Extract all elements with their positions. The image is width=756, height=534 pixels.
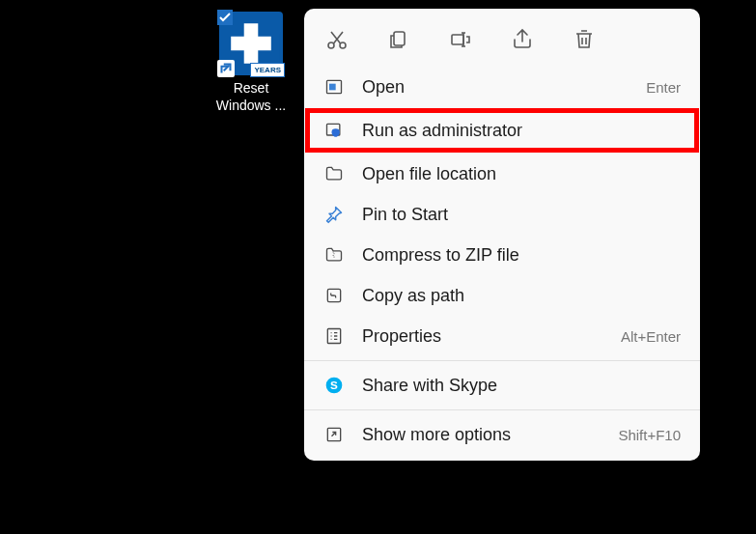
menu-label: Compress to ZIP file — [362, 245, 681, 266]
show-more-icon — [323, 424, 345, 445]
svg-rect-5 — [329, 84, 336, 91]
menu-item-properties[interactable]: Properties Alt+Enter — [304, 316, 700, 356]
shortcut-arrow-icon — [217, 60, 235, 77]
menu-item-compress-zip[interactable]: Compress to ZIP file — [304, 235, 700, 275]
svg-point-0 — [328, 42, 334, 48]
menu-item-run-as-administrator[interactable]: Run as administrator — [307, 110, 697, 151]
menu-label: Open file location — [362, 164, 681, 184]
context-menu: Open Enter Run as administrator Open fil… — [304, 9, 700, 461]
properties-icon — [323, 325, 345, 347]
svg-point-1 — [340, 42, 346, 48]
menu-label: Properties — [362, 326, 603, 347]
copy-button[interactable] — [385, 26, 412, 53]
copy-path-icon — [323, 285, 345, 306]
menu-item-pin-to-start[interactable]: Pin to Start — [304, 194, 700, 235]
menu-shortcut: Alt+Enter — [621, 328, 681, 345]
desktop-shortcut-icon: YEARS — [219, 12, 283, 75]
menu-separator — [304, 360, 700, 361]
share-button[interactable] — [509, 26, 536, 53]
menu-item-copy-as-path[interactable]: Copy as path — [304, 275, 700, 316]
svg-rect-2 — [394, 32, 405, 45]
menu-item-share-skype[interactable]: S Share with Skype — [304, 365, 700, 406]
menu-label: Pin to Start — [362, 205, 681, 225]
desktop-shortcut[interactable]: YEARS Reset Windows ... — [210, 12, 292, 114]
svg-rect-3 — [452, 35, 463, 44]
skype-icon: S — [323, 375, 345, 396]
rename-button[interactable] — [447, 26, 474, 53]
menu-item-show-more-options[interactable]: Show more options Shift+F10 — [304, 414, 700, 455]
menu-shortcut: Enter — [646, 79, 681, 96]
admin-icon — [323, 120, 345, 141]
menu-item-open-file-location[interactable]: Open file location — [304, 154, 700, 194]
menu-separator — [304, 409, 700, 410]
checkmark-icon — [217, 10, 233, 25]
menu-label: Share with Skype — [362, 376, 681, 396]
zip-icon — [323, 244, 345, 266]
folder-icon — [323, 163, 345, 184]
menu-label: Open — [362, 77, 629, 98]
open-icon — [323, 76, 345, 98]
svg-text:S: S — [330, 379, 338, 391]
years-badge: YEARS — [250, 63, 285, 77]
context-toolbar — [304, 14, 700, 67]
pin-icon — [323, 204, 345, 225]
menu-label: Copy as path — [362, 286, 681, 306]
menu-shortcut: Shift+F10 — [618, 427, 681, 443]
cut-button[interactable] — [323, 26, 350, 53]
menu-label: Show more options — [362, 425, 601, 445]
menu-label: Run as administrator — [362, 121, 681, 141]
delete-button[interactable] — [571, 26, 598, 53]
menu-item-open[interactable]: Open Enter — [304, 67, 700, 107]
